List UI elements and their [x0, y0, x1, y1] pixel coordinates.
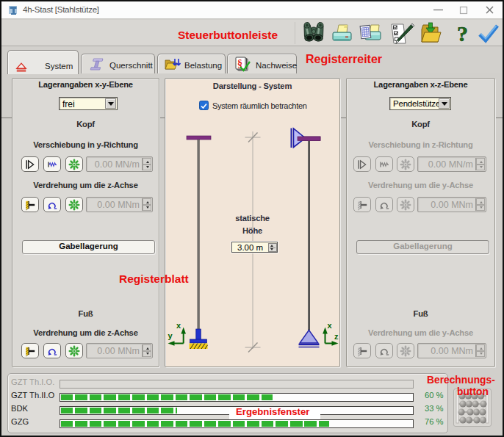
svg-text:y: y — [168, 331, 173, 340]
svg-text:z: z — [334, 332, 339, 341]
svg-text:x: x — [328, 321, 333, 330]
svg-text:?: ? — [457, 22, 468, 46]
svg-text:x: x — [176, 321, 181, 330]
